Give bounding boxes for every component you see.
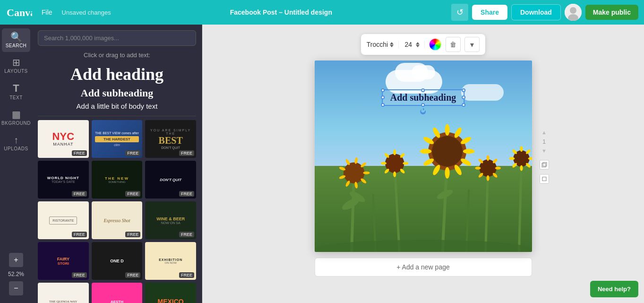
template-quinoa[interactable]: THE QUINOA WAY FREE [38, 283, 89, 303]
svg-point-43 [380, 162, 386, 165]
undo-button[interactable]: ↺ [451, 4, 468, 21]
free-badge: FREE [72, 232, 87, 237]
template-new[interactable]: THE NEW SOMETHING FREE [92, 161, 143, 199]
resize-handle-tm[interactable] [421, 88, 425, 92]
add-below-button[interactable] [540, 174, 549, 183]
text-panel: Click or drag to add text: Add heading A… [32, 25, 202, 303]
rotate-handle[interactable] [419, 107, 428, 116]
resize-handle-br[interactable] [462, 103, 465, 107]
copy-page-button[interactable] [540, 160, 549, 169]
free-badge: FREE [125, 232, 140, 237]
add-body-button[interactable]: Add a little bit of body text [38, 102, 196, 110]
free-badge: FREE [72, 191, 87, 197]
uploads-icon: ↑ [14, 135, 18, 145]
svg-line-8 [519, 161, 521, 252]
more-options-button[interactable]: ▾ [464, 37, 480, 52]
svg-point-65 [315, 240, 532, 252]
resize-handle-tr[interactable] [462, 88, 465, 92]
sidebar-bottom: + 52.2% − [8, 253, 24, 299]
svg-point-52 [475, 167, 481, 170]
sidebar: 🔍 SEARCH ⊞ LAYOUTS T TEXT ▦ BKGROUND ↑ U… [0, 25, 32, 303]
svg-point-15 [432, 136, 463, 167]
add-subheading-button[interactable]: Add subheading [38, 87, 196, 99]
free-badge: FREE [179, 150, 194, 156]
design-canvas[interactable]: Add subheading [315, 61, 532, 252]
template-exhibition[interactable]: EXHIBITION ON NOW FREE [145, 242, 196, 280]
sidebar-item-search[interactable]: 🔍 SEARCH [2, 28, 30, 52]
font-up-arrow[interactable] [390, 42, 394, 44]
sidebar-label-search: SEARCH [6, 43, 27, 48]
document-title: Facebook Post – Untitled design [230, 9, 332, 16]
font-arrows [390, 42, 394, 47]
color-picker-button[interactable] [429, 38, 442, 51]
svg-point-19 [445, 167, 449, 179]
resize-handle-bl[interactable] [381, 103, 385, 107]
zoom-in-button[interactable]: + [9, 253, 23, 267]
sidebar-item-text[interactable]: T TEXT [2, 79, 30, 104]
template-best[interactable]: YOU ARE SIMPLY THE BEST DON'T QUIT FREE [145, 120, 196, 158]
svg-point-48 [495, 167, 500, 170]
template-donequit2[interactable]: DON'T QUIT FREE [145, 161, 196, 199]
search-input[interactable] [38, 30, 196, 46]
free-badge: FREE [179, 232, 194, 237]
font-size-selector[interactable]: 24 [403, 41, 425, 48]
font-selector[interactable]: Trocchi [367, 41, 399, 48]
svg-point-63 [520, 146, 523, 152]
resize-handle-mr[interactable] [462, 95, 465, 99]
svg-point-41 [393, 172, 396, 177]
text-samples: Add heading Add subheading Add a little … [38, 64, 196, 110]
page-up-arrow[interactable]: ▲ [541, 129, 547, 135]
canva-logo[interactable]: Canva [6, 6, 32, 19]
template-oned[interactable]: ONE D FREE [92, 242, 143, 280]
sidebar-item-layouts[interactable]: ⊞ LAYOUTS [2, 54, 30, 78]
svg-point-61 [509, 157, 515, 160]
svg-line-4 [352, 175, 354, 252]
topbar: Canva File Unsaved changes Facebook Post… [0, 0, 644, 25]
download-button[interactable]: Download [511, 4, 561, 20]
size-down-arrow[interactable] [416, 45, 420, 47]
sidebar-label-uploads: UPLOADS [4, 146, 28, 151]
sidebar-item-uploads[interactable]: ↑ UPLOADS [2, 131, 30, 155]
resize-handle-ml[interactable] [381, 95, 385, 99]
delete-element-button[interactable]: 🗑 [446, 37, 461, 52]
sidebar-label-text: TEXT [9, 95, 23, 100]
size-arrows [416, 42, 420, 47]
share-button[interactable]: Share [472, 5, 507, 20]
font-name-display: Trocchi [367, 41, 388, 48]
add-new-page-button[interactable]: + Add a new page [315, 258, 532, 277]
template-worldnight[interactable]: WORLD NIGHT TODAY'S DATE FREE [38, 161, 89, 199]
svg-rect-67 [543, 162, 547, 166]
zoom-out-button[interactable]: − [9, 281, 23, 295]
svg-point-39 [403, 162, 408, 165]
font-down-arrow[interactable] [390, 45, 394, 47]
text-formatting-toolbar: Trocchi 24 🗑 ▾ [361, 34, 485, 55]
text-element-subheading[interactable]: Add subheading [382, 89, 465, 106]
svg-point-16 [463, 149, 474, 154]
template-ristorante[interactable]: RISTORANTE FREE [38, 201, 89, 239]
svg-point-59 [520, 165, 523, 171]
make-public-button[interactable]: Make public [585, 5, 638, 20]
template-winebeer[interactable]: WINE & BEER NOW ON SA FREE [145, 201, 196, 239]
svg-text:Canva: Canva [7, 7, 32, 18]
avatar[interactable] [565, 4, 582, 21]
template-espresso[interactable]: Espresso Shot FREE [92, 201, 143, 239]
free-badge: FREE [179, 272, 194, 278]
page-down-arrow[interactable]: ▼ [541, 147, 547, 153]
text-content: Add subheading [390, 92, 456, 103]
template-bestview[interactable]: THE BEST VIEW comes after THE HARDEST cl… [92, 120, 143, 158]
template-aesthetic[interactable]: AESTH FREE [92, 283, 143, 303]
main-layout: 🔍 SEARCH ⊞ LAYOUTS T TEXT ▦ BKGROUND ↑ U… [0, 25, 644, 303]
resize-handle-bm[interactable] [421, 103, 425, 107]
sidebar-item-background[interactable]: ▦ BKGROUND [2, 106, 30, 130]
size-up-arrow[interactable] [416, 42, 420, 44]
file-menu[interactable]: File [38, 7, 56, 18]
template-nyc[interactable]: NYC MANHAT FREE [38, 120, 89, 158]
template-fairystory[interactable]: FAIRY STORI FREE [38, 242, 89, 280]
svg-point-29 [363, 172, 369, 174]
svg-point-50 [486, 175, 489, 181]
font-size-display: 24 [403, 41, 414, 48]
add-heading-button[interactable]: Add heading [38, 64, 196, 84]
resize-handle-tl[interactable] [381, 88, 385, 92]
need-help-button[interactable]: Need help? [590, 281, 638, 297]
template-mexico[interactable]: MEXICO [145, 283, 196, 303]
